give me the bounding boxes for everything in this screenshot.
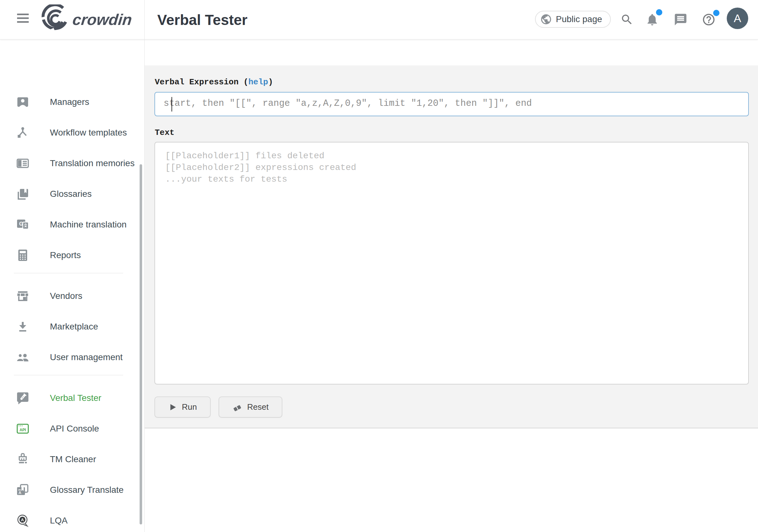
avatar-letter: A: [734, 12, 741, 25]
sidebar-item-marketplace[interactable]: Marketplace: [0, 311, 144, 342]
reset-button[interactable]: Reset: [219, 397, 282, 418]
sidebar-item-glossaries[interactable]: Glossaries: [0, 179, 144, 209]
broom-icon: [16, 452, 30, 466]
run-button[interactable]: Run: [155, 397, 211, 418]
sidebar-item-vendors[interactable]: Vendors: [0, 281, 144, 311]
sidebar-item-reports[interactable]: Reports: [0, 240, 144, 270]
help-link[interactable]: help: [248, 77, 268, 87]
top-header: crowdin Verbal Tester Public page A: [0, 0, 758, 40]
sidebar-item-label: User management: [50, 352, 122, 362]
avatar[interactable]: A: [727, 8, 748, 29]
svg-text:A: A: [21, 517, 24, 522]
sidebar-item-label: Verbal Tester: [50, 393, 101, 403]
sidebar-item-glossary-translate[interactable]: AGlossary Translate: [0, 475, 144, 505]
public-page-button[interactable]: Public page: [535, 11, 611, 28]
g-translate-icon: G: [16, 218, 30, 231]
sidebar-item-verbal-tester[interactable]: Verbal Tester: [0, 383, 144, 413]
sidebar-item-label: API Console: [50, 424, 99, 434]
text-label: Text: [155, 128, 174, 137]
run-button-label: Run: [182, 402, 197, 412]
lqa-bubble-icon: A: [16, 514, 30, 528]
sidebar-item-label: Reports: [50, 250, 81, 260]
sidebar-item-api-console[interactable]: APIAPI Console: [0, 413, 144, 444]
verbal-tester-panel: Verbal Expression (help) Text Run Reset: [145, 65, 758, 428]
sidebar-item-lqa[interactable]: ALQA: [0, 505, 144, 532]
globe-icon: [540, 13, 552, 25]
book-bookmark-icon: [16, 187, 30, 201]
svg-text:A: A: [18, 491, 21, 495]
notifications-badge: [656, 9, 662, 16]
text-input[interactable]: [155, 142, 749, 384]
sidebar-item-managers[interactable]: Managers: [0, 87, 144, 117]
sidebar-nav: ManagersWorkflow templatesTranslation me…: [0, 39, 144, 532]
sidebar-border: [144, 0, 145, 532]
hamburger-menu-icon[interactable]: [17, 14, 29, 25]
sidebar-item-label: Translation memories: [50, 158, 135, 168]
help-badge: [713, 10, 719, 16]
download-icon: [16, 320, 30, 334]
sidebar-item-tm-cleaner[interactable]: TM Cleaner: [0, 444, 144, 475]
storefront-icon: [16, 289, 30, 303]
sidebar-item-label: Vendors: [50, 291, 83, 301]
sidebar-item-workflow-templates[interactable]: Workflow templates: [0, 117, 144, 148]
sidebar-item-label: TM Cleaner: [50, 454, 96, 464]
crowdin-logo[interactable]: crowdin: [40, 4, 132, 35]
sidebar-item-label: LQA: [50, 515, 68, 526]
sidebar-item-label: Workflow templates: [50, 127, 127, 138]
search-button[interactable]: [620, 12, 634, 27]
messages-button[interactable]: [673, 12, 688, 27]
api-window-icon: API: [16, 422, 30, 436]
sidebar-scrollbar[interactable]: [140, 164, 142, 524]
search-icon: [620, 13, 634, 26]
verbal-expression-input[interactable]: [155, 92, 749, 116]
person-card-icon: [16, 95, 30, 109]
sidebar-item-label: Managers: [50, 97, 89, 107]
crowdin-wordmark: crowdin: [72, 11, 133, 28]
sidebar-item-label: Marketplace: [50, 322, 98, 332]
sidebar-item-user-management[interactable]: User management: [0, 342, 144, 372]
expression-label: Verbal Expression (help): [155, 77, 273, 87]
people-icon: [16, 350, 30, 364]
page-title: Verbal Tester: [157, 11, 248, 28]
sidebar-item-translation-memories[interactable]: Translation memories: [0, 148, 144, 179]
content-top-strip: [145, 39, 758, 65]
sidebar: ManagersWorkflow templatesTranslation me…: [0, 39, 144, 532]
sidebar-item-label: Glossaries: [50, 189, 91, 199]
glossary-translate-icon: A: [16, 483, 30, 497]
speech-testtube-icon: [16, 391, 30, 405]
memory-card-icon: [16, 157, 30, 170]
sidebar-item-machine-translation[interactable]: GMachine translation: [0, 209, 144, 240]
svg-text:API: API: [19, 428, 26, 432]
play-icon: [168, 403, 177, 411]
text-caret: [171, 97, 172, 112]
sidebar-item-label: Machine translation: [50, 220, 127, 230]
reset-button-label: Reset: [247, 402, 269, 412]
calculator-icon: [16, 248, 30, 262]
crowdin-bird-icon: [40, 4, 69, 35]
sidebar-item-label: Glossary Translate: [50, 485, 123, 495]
eraser-icon: [232, 403, 242, 412]
sidebar-divider: [14, 375, 123, 375]
workflow-icon: [16, 126, 30, 140]
chat-icon: [674, 13, 688, 26]
public-page-label: Public page: [556, 14, 602, 24]
sidebar-divider: [14, 273, 123, 273]
